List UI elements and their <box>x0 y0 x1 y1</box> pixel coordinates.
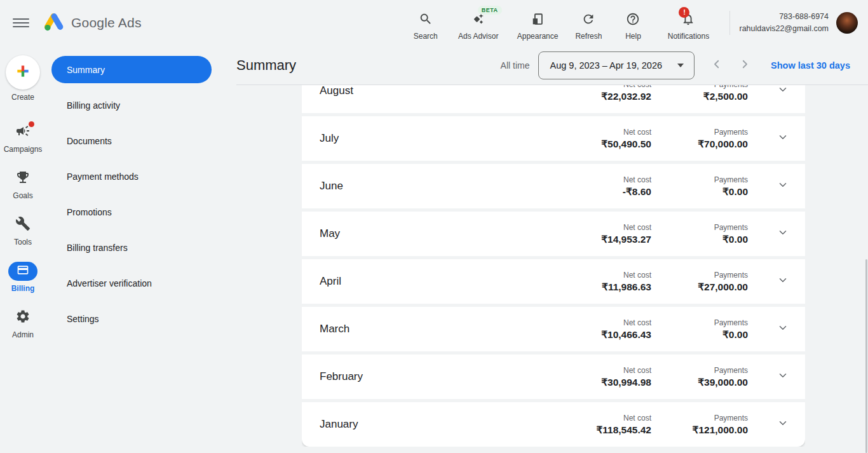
page-title: Summary <box>236 57 296 74</box>
payments-value: ₹0.00 <box>651 234 748 245</box>
subnav-item-advertiser-verification[interactable]: Advertiser verification <box>51 269 212 297</box>
net-cost-header: Net cost <box>543 318 651 327</box>
notification-badge: ! <box>679 7 689 18</box>
next-range-button[interactable] <box>739 58 750 72</box>
chevron-left-icon <box>711 58 722 72</box>
billing-summary-list: August Net cost ₹22,032.92 Payments ₹2,5… <box>236 85 868 453</box>
sidebar-item-tools[interactable]: Tools <box>14 215 32 247</box>
month-label: July <box>320 132 543 145</box>
vertical-scrollbar[interactable] <box>865 259 867 453</box>
expand-row-button[interactable] <box>748 179 789 193</box>
help-label: Help <box>625 32 641 41</box>
subnav-item-settings[interactable]: Settings <box>51 305 212 332</box>
expand-row-button[interactable] <box>748 132 789 145</box>
table-row[interactable]: February Net cost ₹30,994.98 Payments ₹3… <box>302 355 805 399</box>
table-row[interactable]: June Net cost -₹8.60 Payments ₹0.00 <box>302 164 805 208</box>
net-cost-value: ₹50,490.50 <box>543 139 651 150</box>
net-cost-header: Net cost <box>543 271 651 280</box>
expand-row-button[interactable] <box>748 274 789 288</box>
table-row[interactable]: July Net cost ₹50,490.50 Payments ₹70,00… <box>302 116 805 161</box>
expand-row-button[interactable] <box>748 85 789 98</box>
chevron-down-icon <box>777 417 789 431</box>
subnav-item-summary[interactable]: Summary <box>51 56 212 83</box>
appearance-icon <box>531 12 545 29</box>
payments-header: Payments <box>651 223 748 232</box>
create-button[interactable]: Create <box>6 55 40 102</box>
previous-range-button[interactable] <box>711 58 722 72</box>
chevron-down-icon <box>777 132 789 145</box>
show-last-30-days-link[interactable]: Show last 30 days <box>771 60 850 71</box>
wrench-icon <box>15 216 31 234</box>
sidebar-item-goals[interactable]: Goals <box>13 169 32 200</box>
credit-card-icon <box>17 264 29 279</box>
net-cost-value: ₹10,466.43 <box>543 329 651 341</box>
brand[interactable]: Google Ads <box>43 12 142 34</box>
expand-row-button[interactable] <box>748 370 789 384</box>
table-row[interactable]: March Net cost ₹10,466.43 Payments ₹0.00 <box>302 307 805 351</box>
billing-subnav: Summary Billing activity Documents Payme… <box>46 46 236 453</box>
payments-header: Payments <box>651 366 748 375</box>
sidebar-item-admin[interactable]: Admin <box>12 308 34 339</box>
help-button[interactable]: Help <box>619 6 647 41</box>
payments-value: ₹121,000.00 <box>651 424 748 436</box>
account-info[interactable]: 783-688-6974 rahuldavis22@gmail.com <box>739 11 829 36</box>
sidebar-item-billing[interactable]: Billing <box>8 262 37 293</box>
chevron-down-icon <box>777 85 789 98</box>
ads-advisor-button[interactable]: BETA Ads Advisor <box>456 6 501 41</box>
avatar[interactable] <box>836 12 858 34</box>
sidebar-item-campaigns[interactable]: Campaigns <box>4 123 43 154</box>
expand-row-button[interactable] <box>748 322 789 336</box>
gear-icon <box>15 309 31 327</box>
search-icon <box>419 12 433 29</box>
subnav-item-promotions[interactable]: Promotions <box>51 198 212 226</box>
top-nav: Search BETA Ads Advisor Appearance <box>412 6 720 41</box>
month-label: March <box>320 323 543 335</box>
menu-icon[interactable] <box>13 15 29 31</box>
notifications-label: Notifications <box>668 32 709 41</box>
expand-row-button[interactable] <box>748 227 789 241</box>
subnav-item-billing-activity[interactable]: Billing activity <box>51 91 212 119</box>
refresh-label: Refresh <box>575 32 602 41</box>
net-cost-value: -₹8.60 <box>543 186 651 198</box>
refresh-button[interactable]: Refresh <box>574 6 602 41</box>
search-button[interactable]: Search <box>412 6 440 41</box>
date-range-value: Aug 9, 2023 – Apr 19, 2026 <box>550 60 663 71</box>
month-label: May <box>320 227 543 240</box>
megaphone-icon <box>15 123 31 141</box>
payments-value: ₹0.00 <box>651 329 748 341</box>
subnav-item-documents[interactable]: Documents <box>51 127 212 154</box>
billing-label: Billing <box>11 284 35 293</box>
subnav-item-payment-methods[interactable]: Payment methods <box>51 163 212 190</box>
goals-label: Goals <box>13 191 32 200</box>
refresh-icon <box>581 12 595 29</box>
range-label: All time <box>501 60 530 71</box>
net-cost-header: Net cost <box>543 366 651 375</box>
ads-advisor-label: Ads Advisor <box>458 32 498 41</box>
subnav-item-billing-transfers[interactable]: Billing transfers <box>51 234 212 261</box>
net-cost-value: ₹14,953.27 <box>543 234 651 245</box>
date-range-picker[interactable]: Aug 9, 2023 – Apr 19, 2026 <box>538 51 695 79</box>
main-header: Summary All time Aug 9, 2023 – Apr 19, 2… <box>236 46 868 85</box>
net-cost-header: Net cost <box>543 85 651 89</box>
google-ads-logo-icon <box>43 12 65 34</box>
create-label: Create <box>11 93 34 102</box>
notifications-button[interactable]: ! Notifications <box>663 6 713 41</box>
table-row[interactable]: May Net cost ₹14,953.27 Payments ₹0.00 <box>302 212 805 256</box>
beta-badge: BETA <box>478 6 502 15</box>
billing-active-pill <box>8 262 37 281</box>
table-row[interactable]: August Net cost ₹22,032.92 Payments ₹2,5… <box>302 85 805 113</box>
main-content: Summary All time Aug 9, 2023 – Apr 19, 2… <box>236 46 868 453</box>
campaigns-alert-dot <box>29 121 34 127</box>
table-row[interactable]: January Net cost ₹118,545.42 Payments ₹1… <box>302 402 805 447</box>
month-label: April <box>320 275 543 288</box>
net-cost-value: ₹118,545.42 <box>543 424 651 436</box>
expand-row-button[interactable] <box>748 417 789 431</box>
campaigns-label: Campaigns <box>4 145 43 154</box>
payments-value: ₹0.00 <box>651 186 748 198</box>
plus-icon <box>15 63 31 82</box>
payments-header: Payments <box>651 318 748 327</box>
table-row[interactable]: April Net cost ₹11,986.63 Payments ₹27,0… <box>302 259 805 304</box>
chevron-down-icon <box>777 227 789 241</box>
appearance-button[interactable]: Appearance <box>517 6 559 41</box>
net-cost-value: ₹22,032.92 <box>543 91 651 102</box>
